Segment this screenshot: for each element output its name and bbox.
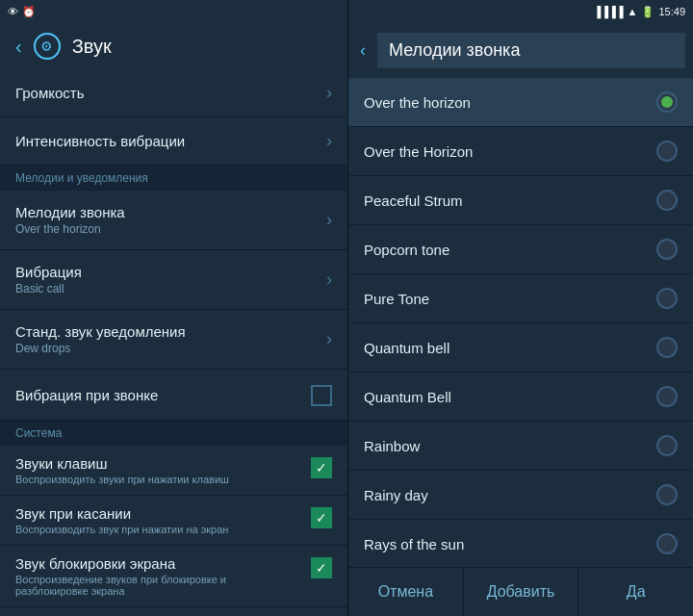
alarm-icon: ⏰ bbox=[22, 6, 36, 18]
ringtone-item-peaceful-strum[interactable]: Peaceful Strum bbox=[348, 176, 693, 225]
ringtone-name: Rainbow bbox=[364, 438, 420, 454]
ringtone-item-rainbow[interactable]: Rainbow bbox=[348, 422, 693, 471]
battery-icon: 🔋 bbox=[641, 6, 654, 18]
notification-sub: Dew drops bbox=[15, 342, 186, 355]
ringtone-item-over-horizon-upper[interactable]: Over the Horizon bbox=[348, 127, 693, 176]
radio-unselected-icon bbox=[656, 386, 678, 407]
radio-unselected-icon bbox=[656, 239, 678, 260]
chevron-right-icon: › bbox=[326, 83, 332, 103]
page-title: Звук bbox=[72, 36, 112, 58]
ringtone-name: Quantum Bell bbox=[364, 389, 451, 405]
notification-title: Станд. звук уведомления bbox=[15, 323, 186, 340]
back-button[interactable]: ‹ bbox=[15, 36, 22, 58]
time-display: 15:49 bbox=[658, 6, 685, 17]
right-header: ‹ Мелодии звонка bbox=[348, 23, 693, 78]
radio-unselected-icon bbox=[656, 337, 678, 358]
status-right: ▐▐▐▐ ▲ 🔋 15:49 bbox=[593, 6, 685, 18]
key-sounds-sub: Воспроизводить звуки при нажатии клавиш bbox=[15, 474, 229, 485]
radio-unselected-icon bbox=[656, 484, 678, 505]
touch-sounds-sub: Воспроизводить звук при нажатии на экран bbox=[15, 524, 228, 535]
ringtone-list: Over the horizon Over the Horizon Peacef… bbox=[348, 78, 693, 567]
ringtone-item-rays-of-sun[interactable]: Rays of the sun bbox=[348, 520, 693, 567]
vibrate-ring-title: Вибрация при звонке bbox=[15, 387, 158, 403]
section-system: Система bbox=[0, 421, 347, 446]
ringtone-item-rainy-day[interactable]: Rainy day bbox=[348, 471, 693, 520]
ringtone-name: Rainy day bbox=[364, 487, 428, 503]
cancel-button[interactable]: Отмена bbox=[348, 568, 464, 616]
lock-sounds-title: Звук блокировки экрана bbox=[15, 555, 285, 572]
section-melody: Мелодии и уведомления bbox=[0, 166, 347, 191]
vibrate-ring-checkbox[interactable] bbox=[311, 385, 332, 406]
ringtone-item-over-horizon-lower[interactable]: Over the horizon bbox=[348, 78, 693, 127]
ringtone-item-pure-tone[interactable]: Pure Tone bbox=[348, 274, 693, 323]
key-sounds-title: Звуки клавиш bbox=[15, 455, 229, 472]
chevron-right-icon: › bbox=[326, 131, 332, 151]
settings-item-touch-sounds[interactable]: Звук при касании Воспроизводить звук при… bbox=[0, 496, 347, 546]
ringtone-item-quantum-bell-lower[interactable]: Quantum bell bbox=[348, 323, 693, 372]
ringtone-name: Peaceful Strum bbox=[364, 192, 463, 209]
signal-icon: ▐▐▐▐ bbox=[593, 6, 623, 17]
vibration-intensity-title: Интенсивность вибрации bbox=[15, 133, 185, 149]
settings-list: Громкость › Интенсивность вибрации › Мел… bbox=[0, 69, 347, 616]
settings-item-vibration[interactable]: Вибрация Basic call › bbox=[0, 250, 347, 310]
ringtone-name: Rays of the sun bbox=[364, 536, 464, 552]
gear-icon: ⚙ bbox=[34, 33, 61, 60]
settings-item-vibration-intensity[interactable]: Интенсивность вибрации › bbox=[0, 117, 347, 166]
status-left: 👁 ⏰ bbox=[8, 6, 36, 18]
radio-unselected-icon bbox=[656, 288, 678, 309]
ringtone-title: Мелодии звонка bbox=[15, 204, 125, 220]
settings-item-key-sounds[interactable]: Звуки клавиш Воспроизводить звуки при на… bbox=[0, 446, 347, 496]
ringtone-item-quantum-bell-upper[interactable]: Quantum Bell bbox=[348, 372, 693, 422]
settings-item-notification[interactable]: Станд. звук уведомления Dew drops › bbox=[0, 310, 347, 370]
status-bar: 👁 ⏰ ▐▐▐▐ ▲ 🔋 15:49 bbox=[0, 0, 693, 23]
chevron-right-icon: › bbox=[326, 270, 332, 290]
radio-unselected-icon bbox=[656, 435, 678, 456]
left-header: ‹ ⚙ Звук bbox=[0, 23, 347, 69]
touch-sounds-title: Звук при касании bbox=[15, 505, 228, 522]
ringtone-item-popcorn-tone[interactable]: Popcorn tone bbox=[348, 225, 693, 274]
right-panel: ‹ Мелодии звонка Over the horizon Over t… bbox=[348, 0, 693, 616]
wifi-icon: ▲ bbox=[628, 6, 638, 17]
touch-sounds-checkbox[interactable]: ✓ bbox=[311, 507, 332, 528]
eye-icon: 👁 bbox=[8, 6, 18, 17]
settings-item-vibrate-ring[interactable]: Вибрация при звонке bbox=[0, 370, 347, 421]
volume-title: Громкость bbox=[15, 85, 85, 101]
dialog-title: Мелодии звонка bbox=[377, 33, 685, 68]
vibration-title: Вибрация bbox=[15, 264, 82, 280]
right-back-button[interactable]: ‹ bbox=[356, 40, 370, 61]
add-button[interactable]: Добавить bbox=[464, 568, 579, 616]
settings-item-volume[interactable]: Громкость › bbox=[0, 69, 347, 117]
lock-sounds-checkbox[interactable]: ✓ bbox=[311, 557, 332, 578]
left-panel: ‹ ⚙ Звук Громкость › Интенсивность вибра… bbox=[0, 0, 348, 616]
ringtone-name: Over the Horizon bbox=[364, 143, 473, 160]
ringtone-name: Pure Tone bbox=[364, 291, 429, 307]
radio-unselected-icon bbox=[656, 533, 678, 554]
lock-sounds-sub: Воспроизведение звуков при блокировке и … bbox=[15, 574, 285, 597]
ok-button[interactable]: Да bbox=[578, 568, 693, 616]
settings-item-lock-sounds[interactable]: Звук блокировки экрана Воспроизведение з… bbox=[0, 546, 347, 607]
radio-unselected-icon bbox=[656, 141, 678, 162]
chevron-right-icon: › bbox=[326, 210, 332, 230]
radio-selected-icon bbox=[656, 91, 678, 113]
radio-unselected-icon bbox=[656, 190, 678, 211]
vibration-sub: Basic call bbox=[15, 282, 82, 295]
ringtone-name: Over the horizon bbox=[364, 94, 471, 111]
chevron-right-icon: › bbox=[326, 329, 332, 349]
key-sounds-checkbox[interactable]: ✓ bbox=[311, 457, 332, 478]
settings-item-ringtone[interactable]: Мелодии звонка Over the horizon › bbox=[0, 191, 347, 250]
ringtone-name: Quantum bell bbox=[364, 340, 449, 356]
dialog-buttons: Отмена Добавить Да bbox=[348, 567, 693, 616]
ringtone-name: Popcorn tone bbox=[364, 242, 449, 258]
ringtone-sub: Over the horizon bbox=[15, 222, 125, 236]
